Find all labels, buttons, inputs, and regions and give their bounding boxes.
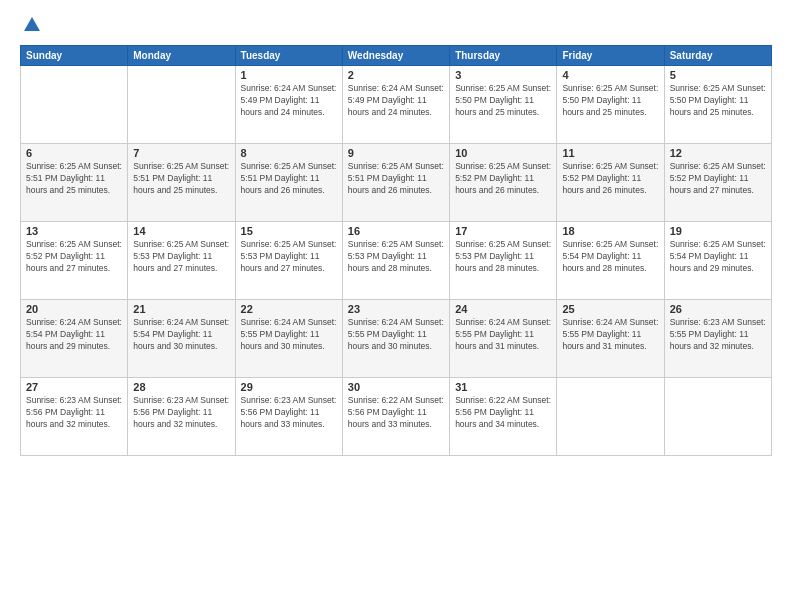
- day-number: 27: [26, 381, 122, 393]
- weekday-header-monday: Monday: [128, 46, 235, 66]
- weekday-header-saturday: Saturday: [664, 46, 771, 66]
- day-info: Sunrise: 6:25 AM Sunset: 5:51 PM Dayligh…: [26, 161, 122, 197]
- calendar-cell: 16Sunrise: 6:25 AM Sunset: 5:53 PM Dayli…: [342, 222, 449, 300]
- calendar-cell: 5Sunrise: 6:25 AM Sunset: 5:50 PM Daylig…: [664, 66, 771, 144]
- calendar-cell: 1Sunrise: 6:24 AM Sunset: 5:49 PM Daylig…: [235, 66, 342, 144]
- day-number: 22: [241, 303, 337, 315]
- day-info: Sunrise: 6:25 AM Sunset: 5:51 PM Dayligh…: [348, 161, 444, 197]
- day-info: Sunrise: 6:25 AM Sunset: 5:54 PM Dayligh…: [562, 239, 658, 275]
- calendar-cell: 30Sunrise: 6:22 AM Sunset: 5:56 PM Dayli…: [342, 378, 449, 456]
- day-info: Sunrise: 6:25 AM Sunset: 5:53 PM Dayligh…: [241, 239, 337, 275]
- calendar-cell: 18Sunrise: 6:25 AM Sunset: 5:54 PM Dayli…: [557, 222, 664, 300]
- calendar-cell: 11Sunrise: 6:25 AM Sunset: 5:52 PM Dayli…: [557, 144, 664, 222]
- day-number: 9: [348, 147, 444, 159]
- day-info: Sunrise: 6:24 AM Sunset: 5:55 PM Dayligh…: [562, 317, 658, 353]
- day-info: Sunrise: 6:24 AM Sunset: 5:54 PM Dayligh…: [26, 317, 122, 353]
- week-row-2: 6Sunrise: 6:25 AM Sunset: 5:51 PM Daylig…: [21, 144, 772, 222]
- day-number: 23: [348, 303, 444, 315]
- day-info: Sunrise: 6:25 AM Sunset: 5:53 PM Dayligh…: [455, 239, 551, 275]
- day-info: Sunrise: 6:22 AM Sunset: 5:56 PM Dayligh…: [455, 395, 551, 431]
- calendar-cell: [21, 66, 128, 144]
- calendar-cell: 10Sunrise: 6:25 AM Sunset: 5:52 PM Dayli…: [450, 144, 557, 222]
- calendar-cell: 6Sunrise: 6:25 AM Sunset: 5:51 PM Daylig…: [21, 144, 128, 222]
- day-info: Sunrise: 6:23 AM Sunset: 5:56 PM Dayligh…: [26, 395, 122, 431]
- day-number: 26: [670, 303, 766, 315]
- calendar-cell: 15Sunrise: 6:25 AM Sunset: 5:53 PM Dayli…: [235, 222, 342, 300]
- weekday-header-row: SundayMondayTuesdayWednesdayThursdayFrid…: [21, 46, 772, 66]
- svg-marker-0: [24, 17, 40, 31]
- calendar-cell: 26Sunrise: 6:23 AM Sunset: 5:55 PM Dayli…: [664, 300, 771, 378]
- day-info: Sunrise: 6:24 AM Sunset: 5:54 PM Dayligh…: [133, 317, 229, 353]
- day-info: Sunrise: 6:23 AM Sunset: 5:56 PM Dayligh…: [241, 395, 337, 431]
- day-number: 7: [133, 147, 229, 159]
- day-info: Sunrise: 6:25 AM Sunset: 5:51 PM Dayligh…: [133, 161, 229, 197]
- calendar-cell: 19Sunrise: 6:25 AM Sunset: 5:54 PM Dayli…: [664, 222, 771, 300]
- calendar-cell: [664, 378, 771, 456]
- weekday-header-tuesday: Tuesday: [235, 46, 342, 66]
- day-info: Sunrise: 6:23 AM Sunset: 5:55 PM Dayligh…: [670, 317, 766, 353]
- day-info: Sunrise: 6:25 AM Sunset: 5:52 PM Dayligh…: [670, 161, 766, 197]
- day-info: Sunrise: 6:24 AM Sunset: 5:49 PM Dayligh…: [348, 83, 444, 119]
- calendar-cell: 12Sunrise: 6:25 AM Sunset: 5:52 PM Dayli…: [664, 144, 771, 222]
- day-number: 25: [562, 303, 658, 315]
- day-number: 4: [562, 69, 658, 81]
- day-number: 6: [26, 147, 122, 159]
- week-row-4: 20Sunrise: 6:24 AM Sunset: 5:54 PM Dayli…: [21, 300, 772, 378]
- day-number: 18: [562, 225, 658, 237]
- calendar-cell: 2Sunrise: 6:24 AM Sunset: 5:49 PM Daylig…: [342, 66, 449, 144]
- calendar-cell: 22Sunrise: 6:24 AM Sunset: 5:55 PM Dayli…: [235, 300, 342, 378]
- page: SundayMondayTuesdayWednesdayThursdayFrid…: [0, 0, 792, 612]
- day-info: Sunrise: 6:24 AM Sunset: 5:55 PM Dayligh…: [455, 317, 551, 353]
- calendar-cell: 7Sunrise: 6:25 AM Sunset: 5:51 PM Daylig…: [128, 144, 235, 222]
- day-info: Sunrise: 6:25 AM Sunset: 5:52 PM Dayligh…: [562, 161, 658, 197]
- day-number: 14: [133, 225, 229, 237]
- day-info: Sunrise: 6:23 AM Sunset: 5:56 PM Dayligh…: [133, 395, 229, 431]
- day-number: 30: [348, 381, 444, 393]
- calendar-cell: 4Sunrise: 6:25 AM Sunset: 5:50 PM Daylig…: [557, 66, 664, 144]
- day-info: Sunrise: 6:24 AM Sunset: 5:49 PM Dayligh…: [241, 83, 337, 119]
- day-info: Sunrise: 6:25 AM Sunset: 5:51 PM Dayligh…: [241, 161, 337, 197]
- day-number: 1: [241, 69, 337, 81]
- calendar-cell: [557, 378, 664, 456]
- day-number: 28: [133, 381, 229, 393]
- day-info: Sunrise: 6:25 AM Sunset: 5:52 PM Dayligh…: [26, 239, 122, 275]
- day-number: 19: [670, 225, 766, 237]
- day-number: 2: [348, 69, 444, 81]
- logo-icon: [22, 15, 42, 35]
- calendar-cell: 27Sunrise: 6:23 AM Sunset: 5:56 PM Dayli…: [21, 378, 128, 456]
- day-number: 31: [455, 381, 551, 393]
- weekday-header-friday: Friday: [557, 46, 664, 66]
- calendar-table: SundayMondayTuesdayWednesdayThursdayFrid…: [20, 45, 772, 456]
- weekday-header-thursday: Thursday: [450, 46, 557, 66]
- day-info: Sunrise: 6:25 AM Sunset: 5:52 PM Dayligh…: [455, 161, 551, 197]
- week-row-3: 13Sunrise: 6:25 AM Sunset: 5:52 PM Dayli…: [21, 222, 772, 300]
- day-number: 3: [455, 69, 551, 81]
- day-number: 8: [241, 147, 337, 159]
- day-number: 29: [241, 381, 337, 393]
- day-number: 21: [133, 303, 229, 315]
- day-number: 10: [455, 147, 551, 159]
- calendar-cell: 8Sunrise: 6:25 AM Sunset: 5:51 PM Daylig…: [235, 144, 342, 222]
- day-number: 17: [455, 225, 551, 237]
- day-number: 13: [26, 225, 122, 237]
- calendar-cell: 28Sunrise: 6:23 AM Sunset: 5:56 PM Dayli…: [128, 378, 235, 456]
- calendar-cell: [128, 66, 235, 144]
- calendar-cell: 21Sunrise: 6:24 AM Sunset: 5:54 PM Dayli…: [128, 300, 235, 378]
- week-row-1: 1Sunrise: 6:24 AM Sunset: 5:49 PM Daylig…: [21, 66, 772, 144]
- calendar-cell: 23Sunrise: 6:24 AM Sunset: 5:55 PM Dayli…: [342, 300, 449, 378]
- day-info: Sunrise: 6:22 AM Sunset: 5:56 PM Dayligh…: [348, 395, 444, 431]
- logo: [20, 15, 42, 35]
- calendar-cell: 9Sunrise: 6:25 AM Sunset: 5:51 PM Daylig…: [342, 144, 449, 222]
- calendar-cell: 20Sunrise: 6:24 AM Sunset: 5:54 PM Dayli…: [21, 300, 128, 378]
- day-info: Sunrise: 6:24 AM Sunset: 5:55 PM Dayligh…: [348, 317, 444, 353]
- day-info: Sunrise: 6:25 AM Sunset: 5:50 PM Dayligh…: [670, 83, 766, 119]
- day-info: Sunrise: 6:24 AM Sunset: 5:55 PM Dayligh…: [241, 317, 337, 353]
- calendar-cell: 14Sunrise: 6:25 AM Sunset: 5:53 PM Dayli…: [128, 222, 235, 300]
- week-row-5: 27Sunrise: 6:23 AM Sunset: 5:56 PM Dayli…: [21, 378, 772, 456]
- day-info: Sunrise: 6:25 AM Sunset: 5:53 PM Dayligh…: [348, 239, 444, 275]
- weekday-header-wednesday: Wednesday: [342, 46, 449, 66]
- day-number: 11: [562, 147, 658, 159]
- header: [20, 15, 772, 35]
- calendar-cell: 29Sunrise: 6:23 AM Sunset: 5:56 PM Dayli…: [235, 378, 342, 456]
- calendar-cell: 13Sunrise: 6:25 AM Sunset: 5:52 PM Dayli…: [21, 222, 128, 300]
